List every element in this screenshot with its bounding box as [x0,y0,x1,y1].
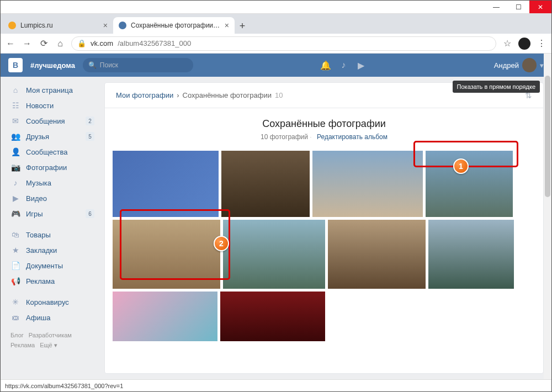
badge: 5 [86,132,94,141]
user-name: Андрей [494,61,519,70]
search-input[interactable]: 🔍 Поиск [83,58,193,72]
scrollbar-thumb[interactable] [545,76,550,197]
sidebar-item-label: Новости [26,102,54,110]
page-content: B #лучшедома 🔍 Поиск 🔔 ♪ ▶ Андрей ▾ ⌂Моя… [1,54,551,379]
photo-thumbnail[interactable] [113,151,219,217]
favicon-icon [8,22,16,29]
games-icon: 🎮 [10,209,20,218]
url-host: vk.com [91,39,113,47]
forward-button[interactable]: → [22,38,33,49]
album-count: 10 фотографий [261,133,308,141]
status-bar: https://vk.com/album432567381_000?rev=1 [1,379,551,391]
sidebar-item-groups[interactable]: 👤Сообщества [8,144,97,160]
tab-lumpics[interactable]: Lumpics.ru × [3,17,113,34]
footer-link[interactable]: Реклама [10,342,35,348]
close-tab-icon[interactable]: × [225,21,229,30]
badge: 2 [86,116,94,125]
footer-link[interactable]: Разработчикам [29,332,72,338]
sidebar-item-music[interactable]: ♪Музыка [8,175,97,190]
sort-tooltip: Показать в прямом порядке [453,81,540,93]
photo-thumbnail[interactable] [113,292,217,341]
video-icon[interactable]: ▶ [356,60,366,70]
tab-title: Сохранённые фотографии – 10 [131,22,220,29]
home-button[interactable]: ⌂ [55,38,66,49]
ads-icon: 📢 [10,277,20,285]
window-titlebar: — ☐ ✕ [1,1,551,14]
scrollbar[interactable] [544,54,551,379]
photo-thumbnail[interactable] [221,151,310,217]
album-panel: Мои фотографии › Сохранённые фотографии … [104,82,544,374]
search-icon: 🔍 [88,61,97,69]
footer-link[interactable]: Блог [10,332,24,338]
tab-vk-album[interactable]: Сохранённые фотографии – 10 × [113,17,235,34]
profile-avatar[interactable] [518,38,530,50]
news-icon: ☷ [10,101,20,110]
bookmark-icon: ★ [10,246,20,255]
edit-album-link[interactable]: Редактировать альбом [317,133,388,141]
event-icon: 🎟 [10,313,20,322]
photo-thumbnail[interactable] [223,220,325,289]
market-icon: 🛍 [10,230,20,239]
video-icon: ▶ [10,194,20,203]
maximize-button[interactable]: ☐ [507,1,529,13]
sidebar-item-bookmarks[interactable]: ★Закладки [8,242,97,258]
vk-brand[interactable]: #лучшедома [30,61,75,70]
sidebar-item-games[interactable]: 🎮Игры6 [8,206,97,221]
address-bar[interactable]: 🔒 vk.com/album432567381_000 [71,36,496,51]
url-path: /album432567381_000 [118,39,191,47]
sidebar-item-label: Товары [26,231,51,239]
vk-logo-icon[interactable]: B [8,58,23,72]
breadcrumb-root[interactable]: Мои фотографии [116,91,173,99]
close-button[interactable]: ✕ [529,1,551,13]
sidebar-item-photos[interactable]: 📷Фотографии [8,160,97,175]
covid-icon: ✳ [10,298,20,306]
reload-button[interactable]: ⟳ [38,38,49,49]
photo-thumbnail[interactable] [428,220,514,289]
sidebar-item-ads[interactable]: 📢Реклама [8,273,97,289]
close-tab-icon[interactable]: × [103,21,108,30]
new-tab-button[interactable]: + [235,18,250,34]
album-title: Сохранённые фотографии [105,118,543,130]
star-icon[interactable]: ☆ [502,38,513,49]
photo-thumbnail[interactable] [426,151,513,217]
sidebar-item-events[interactable]: 🎟Афиша [8,310,97,325]
sidebar-item-label: Друзья [26,133,49,141]
vk-header: B #лучшедома 🔍 Поиск 🔔 ♪ ▶ Андрей ▾ [1,54,551,77]
minimize-button[interactable]: — [485,1,507,13]
favicon-icon [119,22,126,29]
friends-icon: 👥 [10,132,20,141]
sidebar-item-market[interactable]: 🛍Товары [8,227,97,242]
sidebar-item-label: Афиша [26,314,50,322]
sidebar-footer-links: Блог Разработчикам Реклама Ещё ▾ [8,325,97,356]
photo-thumbnail[interactable] [312,151,423,217]
sidebar-item-profile[interactable]: ⌂Моя страница [8,82,97,98]
sidebar-item-label: Документы [26,262,63,270]
sidebar-item-messages[interactable]: ✉Сообщения2 [8,113,97,129]
tab-title: Lumpics.ru [20,22,99,29]
breadcrumb: Мои фотографии › Сохранённые фотографии … [105,83,543,108]
sidebar-item-video[interactable]: ▶Видео [8,190,97,206]
badge: 6 [86,209,94,218]
bell-icon[interactable]: 🔔 [321,60,331,70]
menu-button[interactable]: ⋮ [536,38,547,49]
photo-grid [105,149,543,343]
footer-link[interactable]: Ещё ▾ [40,342,57,348]
photo-thumbnail[interactable] [328,220,426,289]
sidebar: ⌂Моя страница ☷Новости ✉Сообщения2 👥Друз… [8,82,97,374]
back-button[interactable]: ← [5,38,16,49]
sidebar-item-label: Закладки [26,246,57,255]
sidebar-item-label: Игры [26,210,43,218]
sidebar-item-label: Музыка [26,179,51,187]
sidebar-item-label: Видео [26,194,47,203]
sidebar-item-docs[interactable]: 📄Документы [8,258,97,273]
lock-icon: 🔒 [77,39,86,47]
photo-icon: 📷 [10,163,20,172]
chevron-right-icon: › [177,91,179,99]
sidebar-item-friends[interactable]: 👥Друзья5 [8,129,97,144]
music-icon[interactable]: ♪ [338,60,348,70]
sidebar-item-news[interactable]: ☷Новости [8,98,97,113]
photo-thumbnail[interactable] [113,220,220,289]
sidebar-item-covid[interactable]: ✳Коронавирус [8,294,97,310]
photo-thumbnail[interactable] [220,292,325,341]
user-menu[interactable]: Андрей ▾ [494,58,544,72]
